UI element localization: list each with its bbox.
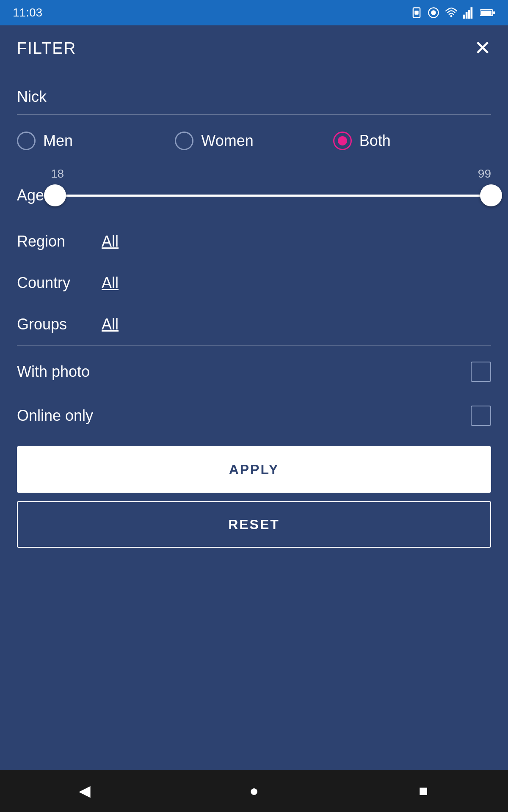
status-icons xyxy=(411,7,495,19)
region-label: Region xyxy=(17,233,93,250)
status-time: 11:03 xyxy=(13,6,42,19)
slider-track xyxy=(55,195,491,197)
gender-row: Men Women Both xyxy=(17,115,491,163)
groups-value[interactable]: All xyxy=(102,315,119,333)
men-radio[interactable] xyxy=(17,132,36,150)
svg-point-3 xyxy=(431,10,436,15)
age-section: 18 99 Age xyxy=(17,163,491,221)
gender-men-option[interactable]: Men xyxy=(17,132,175,150)
svg-point-4 xyxy=(450,15,453,17)
with-photo-checkbox[interactable] xyxy=(471,362,491,382)
online-only-checkbox[interactable] xyxy=(471,406,491,426)
gender-both-option[interactable]: Both xyxy=(333,132,491,150)
both-radio-dot xyxy=(338,136,347,145)
both-radio[interactable] xyxy=(333,132,352,150)
women-label: Women xyxy=(201,132,253,150)
svg-rect-11 xyxy=(493,11,495,14)
age-range-labels: 18 99 xyxy=(51,167,491,181)
wifi-icon xyxy=(444,7,458,19)
battery-icon xyxy=(480,7,495,19)
region-row: Region All xyxy=(17,221,491,262)
with-photo-label: With photo xyxy=(17,363,93,381)
gender-women-option[interactable]: Women xyxy=(175,132,333,150)
svg-rect-5 xyxy=(463,15,465,19)
age-slider[interactable] xyxy=(55,183,491,208)
region-value[interactable]: All xyxy=(102,233,119,250)
with-photo-row: With photo xyxy=(17,350,491,394)
nav-bar: ◀ ● ■ xyxy=(0,770,508,812)
svg-rect-10 xyxy=(481,11,491,15)
women-radio[interactable] xyxy=(175,132,193,150)
online-only-row: Online only xyxy=(17,394,491,438)
both-label: Both xyxy=(359,132,391,150)
status-bar: 11:03 xyxy=(0,0,508,25)
app-icon xyxy=(428,7,439,19)
back-button[interactable]: ◀ xyxy=(68,774,102,808)
svg-rect-1 xyxy=(414,11,418,14)
buttons-section: APPLY RESET xyxy=(17,438,491,556)
main-content: Men Women Both 18 99 Age xyxy=(0,71,508,770)
svg-rect-8 xyxy=(471,7,473,19)
country-value[interactable]: All xyxy=(102,274,119,292)
recent-button[interactable]: ■ xyxy=(406,774,440,808)
slider-fill xyxy=(55,195,491,197)
online-only-label: Online only xyxy=(17,407,93,425)
page-title: FILTER xyxy=(17,39,76,58)
nick-input[interactable] xyxy=(17,88,491,106)
reset-button[interactable]: RESET xyxy=(17,501,491,548)
signal-icon xyxy=(463,7,475,19)
close-button[interactable]: ✕ xyxy=(474,38,491,58)
age-min-thumb[interactable] xyxy=(44,184,66,206)
home-button[interactable]: ● xyxy=(237,774,271,808)
nick-field-row xyxy=(17,80,491,115)
age-min-label: 18 xyxy=(51,167,64,181)
age-row: Age xyxy=(17,183,491,208)
svg-rect-7 xyxy=(468,10,470,19)
age-label: Age xyxy=(17,187,47,204)
sim-card-icon xyxy=(411,7,422,19)
groups-label: Groups xyxy=(17,315,93,333)
country-row: Country All xyxy=(17,262,491,304)
age-max-thumb[interactable] xyxy=(480,184,502,206)
age-max-label: 99 xyxy=(478,167,491,181)
apply-button[interactable]: APPLY xyxy=(17,446,491,493)
country-label: Country xyxy=(17,274,93,292)
men-label: Men xyxy=(43,132,73,150)
svg-rect-6 xyxy=(466,12,468,19)
header: FILTER ✕ xyxy=(0,25,508,71)
groups-row: Groups All xyxy=(17,304,491,346)
